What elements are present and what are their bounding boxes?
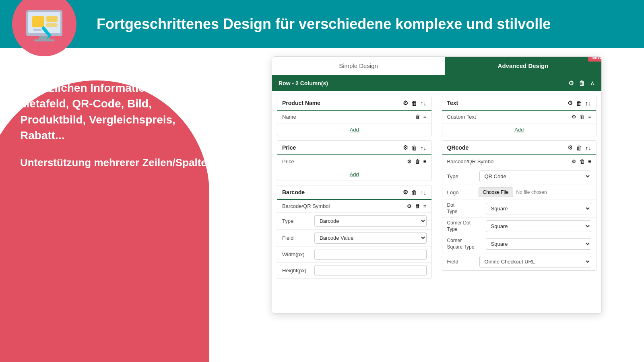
row-collapse-icon[interactable]: ∧ bbox=[590, 79, 595, 87]
svg-rect-6 bbox=[46, 23, 58, 27]
row-header-label: Row - 2 Column(s) bbox=[279, 80, 328, 86]
row-delete-icon[interactable]: 🗑 bbox=[579, 80, 585, 87]
product-name-section: Product Name ⚙ 🗑 ↑↓ Name 🗑 ≡ bbox=[277, 96, 432, 136]
barcode-row-trash-icon[interactable]: 🗑 bbox=[415, 203, 420, 209]
custom-text-gear-icon[interactable]: ⚙ bbox=[572, 114, 576, 120]
corner-square-type-label: CornerSquare Type bbox=[447, 238, 483, 250]
barcode-width-input[interactable] bbox=[314, 249, 427, 260]
price-section: Price ⚙ 🗑 ↑↓ Price ⚙ 🗑 bbox=[277, 140, 432, 181]
logo-circle bbox=[12, 0, 76, 56]
barcode-row-gear-icon[interactable]: ⚙ bbox=[407, 203, 412, 209]
row-header-icons: ⚙ 🗑 ∧ bbox=[568, 79, 595, 87]
qrcode-symbol-row: Barcode/QR Symbol ⚙ 🗑 ≡ bbox=[442, 155, 597, 168]
custom-text-menu-icon[interactable]: ≡ bbox=[588, 114, 591, 120]
row-settings-icon[interactable]: ⚙ bbox=[568, 79, 574, 87]
svg-rect-3 bbox=[34, 39, 54, 41]
name-trash-icon[interactable]: 🗑 bbox=[415, 114, 420, 120]
custom-text-row-icons: ⚙ 🗑 ≡ bbox=[572, 114, 591, 120]
qrcode-icons: ⚙ 🗑 ↑↓ bbox=[568, 144, 591, 151]
logo-icon bbox=[22, 2, 66, 46]
qr-type-label: Type bbox=[447, 173, 475, 179]
right-column: Text ⚙ 🗑 ↑↓ Custom Text ⚙ 🗑 bbox=[437, 91, 602, 288]
right-panel: Simple Design Advanced Design New Row - … bbox=[233, 48, 644, 362]
text-title: Text bbox=[447, 100, 458, 106]
qrcode-row-gear-icon[interactable]: ⚙ bbox=[572, 158, 576, 165]
price-row-menu-icon[interactable]: ≡ bbox=[423, 158, 427, 165]
main-content: Erstellen Sie Etikettenvorlagen mit zusä… bbox=[0, 48, 644, 362]
product-name-gear-icon[interactable]: ⚙ bbox=[403, 99, 408, 107]
qr-type-select[interactable]: QR Code Barcode bbox=[479, 171, 592, 182]
price-title: Price bbox=[282, 144, 296, 151]
qr-logo-label: Logo bbox=[447, 189, 475, 195]
barcode-height-input[interactable] bbox=[314, 265, 427, 276]
text-trash-icon[interactable]: 🗑 bbox=[576, 100, 582, 107]
qr-field-select[interactable]: Online Checkout URL Barcode Value bbox=[479, 256, 592, 267]
price-sort-icon[interactable]: ↑↓ bbox=[421, 144, 427, 151]
price-add-link[interactable]: Add bbox=[277, 168, 431, 181]
product-name-name-label: Name bbox=[282, 114, 296, 120]
new-badge: New bbox=[588, 56, 602, 62]
product-name-header: Product Name ⚙ 🗑 ↑↓ bbox=[277, 96, 431, 111]
price-gear-icon[interactable]: ⚙ bbox=[403, 144, 408, 151]
product-name-title: Product Name bbox=[282, 100, 320, 106]
qrcode-title: QRcode bbox=[447, 144, 469, 151]
price-row-gear-icon[interactable]: ⚙ bbox=[407, 158, 412, 165]
price-row-trash-icon[interactable]: 🗑 bbox=[415, 158, 420, 165]
choose-file-button[interactable]: Choose File bbox=[479, 187, 513, 197]
left-column: Product Name ⚙ 🗑 ↑↓ Name 🗑 ≡ bbox=[272, 91, 437, 288]
barcode-height-row: Height(px) bbox=[277, 263, 431, 279]
text-gear-icon[interactable]: ⚙ bbox=[568, 99, 573, 107]
corner-dot-type-row: Corner DotType Square Round bbox=[442, 218, 597, 235]
tab-advanced-design[interactable]: Advanced Design bbox=[445, 57, 601, 75]
text-section: Text ⚙ 🗑 ↑↓ Custom Text ⚙ 🗑 bbox=[442, 96, 597, 136]
two-column-layout: Product Name ⚙ 🗑 ↑↓ Name 🗑 ≡ bbox=[272, 91, 601, 288]
price-header: Price ⚙ 🗑 ↑↓ bbox=[277, 141, 431, 155]
text-icons: ⚙ 🗑 ↑↓ bbox=[568, 99, 591, 107]
header-title-line1: Fortgeschrittenes Design für verschieden… bbox=[97, 16, 551, 32]
qrcode-sort-icon[interactable]: ↑↓ bbox=[585, 144, 591, 151]
svg-rect-4 bbox=[32, 16, 44, 27]
barcode-gear-icon[interactable]: ⚙ bbox=[403, 189, 408, 196]
barcode-row-icons: ⚙ 🗑 ≡ bbox=[407, 203, 427, 209]
product-name-sort-icon[interactable]: ↑↓ bbox=[421, 100, 427, 107]
barcode-width-label: Width(px) bbox=[282, 251, 310, 257]
left-secondary-text: Unterstützung mehrerer Zeilen/Spalten. bbox=[20, 155, 217, 170]
barcode-type-row: Type Barcode QR Code bbox=[277, 213, 431, 230]
corner-square-type-select[interactable]: Square Round bbox=[486, 238, 592, 250]
corner-square-type-row: CornerSquare Type Square Round bbox=[442, 235, 597, 253]
dot-type-label: DotType bbox=[447, 202, 483, 215]
barcode-symbol-row: Barcode/QR Symbol ⚙ 🗑 ≡ bbox=[277, 200, 431, 213]
qrcode-header: QRcode ⚙ 🗑 ↑↓ bbox=[442, 141, 597, 155]
barcode-field-select[interactable]: Barcode Value bbox=[314, 232, 427, 244]
dot-type-row: DotType Square Round bbox=[442, 200, 597, 218]
price-trash-icon[interactable]: 🗑 bbox=[411, 144, 417, 151]
corner-dot-type-select[interactable]: Square Round bbox=[486, 220, 592, 232]
custom-text-trash-icon[interactable]: 🗑 bbox=[580, 114, 585, 120]
custom-text-row: Custom Text ⚙ 🗑 ≡ bbox=[442, 111, 597, 123]
qrcode-row-trash-icon[interactable]: 🗑 bbox=[580, 158, 585, 165]
barcode-sort-icon[interactable]: ↑↓ bbox=[421, 189, 427, 196]
product-name-icons: ⚙ 🗑 ↑↓ bbox=[403, 99, 427, 107]
qr-type-row: Type QR Code Barcode bbox=[442, 168, 597, 185]
barcode-row-menu-icon[interactable]: ≡ bbox=[423, 203, 427, 209]
qrcode-row-menu-icon[interactable]: ≡ bbox=[588, 158, 591, 165]
barcode-type-select[interactable]: Barcode QR Code bbox=[314, 215, 427, 227]
product-name-add-link[interactable]: Add bbox=[277, 123, 431, 136]
qrcode-symbol-label: Barcode/QR Symbol bbox=[447, 158, 495, 165]
qrcode-gear-icon[interactable]: ⚙ bbox=[568, 144, 573, 151]
dot-type-select[interactable]: Square Round bbox=[486, 203, 592, 214]
barcode-field-row: Field Barcode Value bbox=[277, 230, 431, 247]
text-add-link[interactable]: Add bbox=[442, 123, 597, 136]
name-menu-icon[interactable]: ≡ bbox=[423, 114, 427, 120]
tab-simple-design[interactable]: Simple Design bbox=[272, 57, 445, 75]
qrcode-section: QRcode ⚙ 🗑 ↑↓ Barcode/QR Symbol ⚙ bbox=[442, 140, 597, 271]
barcode-trash-icon[interactable]: 🗑 bbox=[411, 189, 417, 196]
qrcode-trash-icon[interactable]: 🗑 bbox=[576, 144, 582, 151]
product-name-trash-icon[interactable]: 🗑 bbox=[411, 100, 417, 107]
svg-rect-5 bbox=[46, 16, 58, 22]
qr-logo-row: Logo Choose File No file chosen bbox=[442, 185, 597, 200]
left-main-text: Erstellen Sie Etikettenvorlagen mit zusä… bbox=[20, 64, 217, 143]
price-row: Price ⚙ 🗑 ≡ bbox=[277, 155, 431, 168]
text-sort-icon[interactable]: ↑↓ bbox=[585, 100, 591, 107]
row-header: Row - 2 Column(s) ⚙ 🗑 ∧ bbox=[272, 75, 601, 91]
